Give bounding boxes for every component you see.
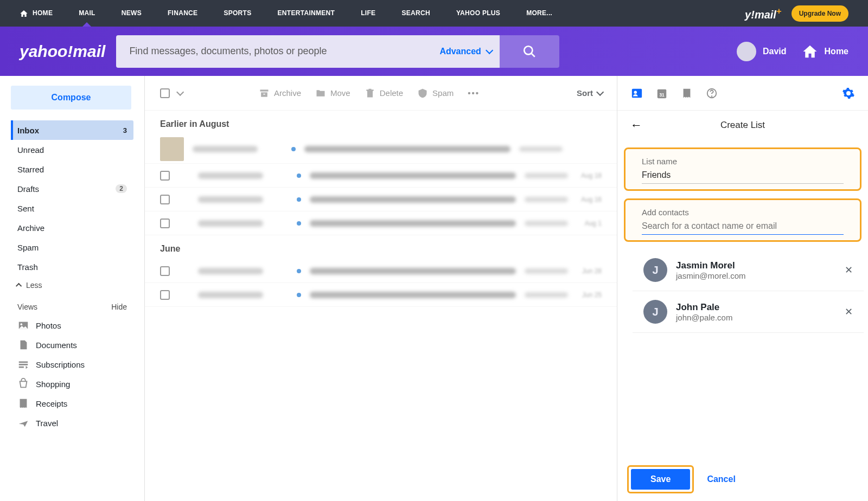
home-chip[interactable]: Home	[802, 43, 848, 60]
message-checkbox[interactable]	[160, 266, 170, 276]
folder-drafts[interactable]: Drafts2	[11, 179, 133, 198]
folder-archive[interactable]: Archive	[11, 218, 133, 237]
message-list-area: Archive Move Delete Spam ••• Sort Earlie…	[145, 76, 617, 501]
settings-icon[interactable]	[842, 87, 855, 100]
panel-tabs: 31	[617, 76, 868, 111]
select-all-checkbox[interactable]	[160, 88, 170, 98]
list-name-input[interactable]	[642, 168, 844, 184]
avatar-icon	[737, 42, 756, 61]
contacts-panel: 31 ← Create List List name Add contacts …	[617, 76, 868, 501]
upgrade-button[interactable]: Upgrade Now	[792, 5, 848, 22]
topnav-sports[interactable]: SPORTS	[210, 0, 264, 27]
panel-title: Create List	[617, 120, 868, 131]
topnav-mail[interactable]: MAIL	[66, 0, 108, 27]
topnav-more[interactable]: MORE...	[513, 0, 565, 27]
message-row[interactable]	[145, 134, 617, 164]
back-arrow[interactable]: ←	[630, 118, 642, 132]
contact-avatar: J	[643, 300, 667, 324]
message-checkbox[interactable]	[160, 171, 170, 181]
svg-line-1	[531, 53, 535, 57]
user-chip[interactable]: David	[737, 42, 787, 61]
message-row[interactable]: Aug 18	[145, 164, 617, 188]
cancel-button[interactable]: Cancel	[707, 474, 735, 484]
move-action[interactable]: Move	[315, 88, 350, 99]
move-icon	[315, 88, 326, 99]
contact-avatar: J	[643, 258, 667, 282]
topnav-life[interactable]: LIFE	[348, 0, 388, 27]
save-highlight: Save	[627, 465, 694, 493]
receipts-icon	[17, 397, 29, 409]
date-header: June	[145, 235, 617, 259]
sort-action[interactable]: Sort	[577, 88, 602, 98]
delete-action[interactable]: Delete	[365, 88, 403, 99]
select-dropdown[interactable]	[176, 88, 184, 95]
topnav-search[interactable]: SEARCH	[388, 0, 443, 27]
topnav-entertainment[interactable]: ENTERTAINMENT	[265, 0, 348, 27]
shopping-icon	[17, 378, 29, 390]
view-receipts[interactable]: Receipts	[11, 394, 133, 413]
folder-starred[interactable]: Starred	[11, 159, 133, 179]
message-row[interactable]: Aug 16	[145, 188, 617, 211]
folder-spam[interactable]: Spam	[11, 237, 133, 257]
svg-point-11	[712, 96, 712, 97]
calendar-icon[interactable]: 31	[655, 87, 668, 100]
view-travel[interactable]: Travel	[11, 413, 133, 433]
view-subscriptions[interactable]: Subscriptions	[11, 355, 133, 374]
message-row[interactable]: Jun 28	[145, 259, 617, 283]
svg-point-7	[634, 91, 637, 94]
message-checkbox[interactable]	[160, 195, 170, 204]
topnav-home[interactable]: HOME	[20, 0, 66, 27]
topnav-news[interactable]: NEWS	[108, 0, 155, 27]
compose-button[interactable]: Compose	[11, 86, 131, 110]
contact-name: John Pale	[676, 302, 845, 313]
header-bar: yahoo!mail Advanced David Home	[0, 27, 868, 76]
top-nav: HOME MAIL NEWS FINANCE SPORTS ENTERTAINM…	[0, 0, 868, 27]
topnav-finance[interactable]: FINANCE	[155, 0, 210, 27]
contacts-icon[interactable]	[630, 87, 643, 100]
less-toggle[interactable]: Less	[11, 277, 133, 294]
hide-views[interactable]: Hide	[111, 303, 127, 311]
advanced-search[interactable]: Advanced	[431, 35, 499, 68]
photos-icon	[17, 319, 29, 331]
message-row[interactable]: Aug 1	[145, 211, 617, 235]
add-contacts-field: Add contacts	[624, 198, 861, 242]
add-contacts-input[interactable]	[642, 219, 844, 235]
contact-item: J John Pale john@pale.com ✕	[633, 291, 864, 333]
message-checkbox[interactable]	[160, 219, 170, 228]
remove-contact-icon[interactable]: ✕	[845, 306, 853, 318]
add-contacts-label: Add contacts	[642, 208, 844, 217]
svg-rect-6	[632, 88, 642, 98]
view-documents[interactable]: Documents	[11, 335, 133, 355]
folder-sent[interactable]: Sent	[11, 198, 133, 218]
yahoo-mail-logo: yahoo!mail	[20, 42, 105, 61]
subscriptions-icon	[17, 358, 29, 370]
contact-email: jasmin@morel.com	[676, 271, 845, 280]
chevron-down-icon	[596, 88, 604, 95]
archive-action[interactable]: Archive	[259, 88, 301, 99]
notes-icon[interactable]	[680, 87, 693, 100]
svg-text:31: 31	[659, 92, 665, 97]
folder-unread[interactable]: Unread	[11, 140, 133, 159]
home-icon	[20, 9, 28, 18]
ymail-plus-logo: y!mail+	[745, 6, 782, 21]
folder-inbox[interactable]: Inbox3	[11, 120, 133, 140]
main-content: Compose Inbox3UnreadStarredDrafts2SentAr…	[0, 76, 868, 501]
svg-rect-4	[260, 89, 269, 91]
spam-action[interactable]: Spam	[417, 88, 454, 99]
folder-trash[interactable]: Trash	[11, 257, 133, 277]
view-photos[interactable]: Photos	[11, 316, 133, 335]
view-shopping[interactable]: Shopping	[11, 374, 133, 394]
views-label: Views	[17, 303, 37, 311]
contact-item: J Jasmin Morel jasmin@morel.com ✕	[633, 249, 864, 291]
more-action[interactable]: •••	[468, 88, 480, 98]
list-name-label: List name	[642, 157, 844, 166]
topnav-yahoo-plus[interactable]: YAHOO PLUS	[443, 0, 513, 27]
save-button[interactable]: Save	[631, 469, 690, 490]
help-icon[interactable]	[705, 87, 718, 100]
search-input[interactable]	[116, 35, 431, 68]
delete-icon	[365, 88, 375, 99]
message-checkbox[interactable]	[160, 290, 170, 300]
message-row[interactable]: Jun 25	[145, 283, 617, 307]
remove-contact-icon[interactable]: ✕	[845, 264, 853, 276]
search-button[interactable]	[500, 35, 559, 68]
